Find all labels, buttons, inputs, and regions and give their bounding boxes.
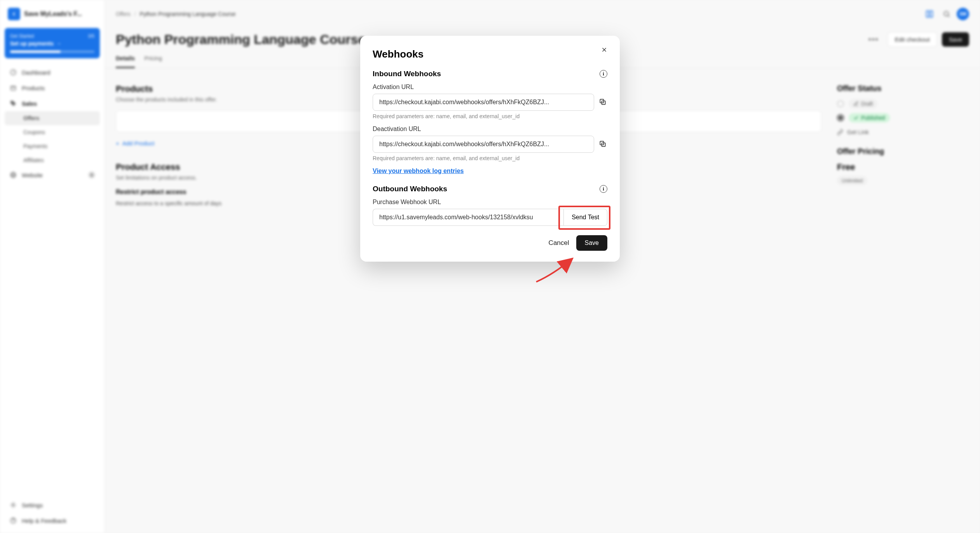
annotation-arrow-icon — [534, 253, 581, 284]
activation-url-field[interactable]: https://checkout.kajabi.com/webhooks/off… — [373, 94, 594, 111]
purchase-label: Purchase Webhook URL — [373, 199, 607, 206]
activation-hint: Required parameters are: name, email, an… — [373, 113, 607, 119]
modal-title: Webhooks — [373, 48, 607, 60]
info-icon[interactable]: i — [600, 70, 607, 78]
purchase-url-input[interactable]: https://u1.savemyleads.com/web-hooks/132… — [373, 209, 563, 226]
webhooks-modal: Webhooks Inbound Webhooks i Activation U… — [360, 36, 620, 262]
send-test-button[interactable]: Send Test — [563, 209, 607, 226]
modal-save-button[interactable]: Save — [576, 235, 607, 251]
activation-label: Activation URL — [373, 84, 607, 91]
inbound-section-title: Inbound Webhooks — [373, 70, 441, 78]
copy-icon[interactable] — [599, 140, 607, 149]
deactivation-url-field[interactable]: https://checkout.kajabi.com/webhooks/off… — [373, 136, 594, 153]
close-button[interactable] — [599, 44, 610, 55]
close-icon — [601, 46, 608, 53]
deactivation-hint: Required parameters are: name, email, an… — [373, 155, 607, 161]
outbound-section-title: Outbound Webhooks — [373, 185, 447, 193]
deactivation-label: Deactivation URL — [373, 126, 607, 133]
cancel-button[interactable]: Cancel — [549, 239, 569, 247]
modal-overlay: Webhooks Inbound Webhooks i Activation U… — [0, 0, 980, 533]
info-icon[interactable]: i — [600, 185, 607, 193]
log-entries-link[interactable]: View your webhook log entries — [373, 168, 464, 175]
copy-icon[interactable] — [599, 98, 607, 107]
